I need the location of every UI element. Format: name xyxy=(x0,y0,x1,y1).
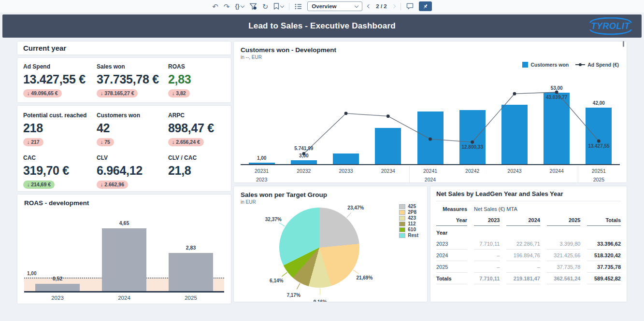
list-outline-icon xyxy=(295,3,302,10)
kpi-label: Sales won xyxy=(97,63,168,70)
line-point-20241[interactable] xyxy=(429,138,432,141)
cell: – xyxy=(474,250,500,261)
current-year-section-card: Current year xyxy=(17,42,231,55)
kpi-label: CLV xyxy=(97,154,168,161)
kpi-card-rows2-3: Potential cust. reached 218 ↓ 217 Custom… xyxy=(17,106,231,191)
view-selector-dropdown[interactable]: Overview xyxy=(307,1,362,11)
script-variables-button[interactable]: {} xyxy=(235,3,243,10)
pin-toggle-button[interactable] xyxy=(419,1,432,11)
legend-label: 425 xyxy=(408,204,416,209)
kpi-value: 37.735,78 € xyxy=(97,72,168,86)
kpi-clv[interactable]: CLV 6.964,12 ↓ 2.662,96 xyxy=(97,154,168,189)
customers-won-development-card: Customers won - Development in --, EUR C… xyxy=(234,42,627,182)
x-axis-label: 20244 xyxy=(536,168,578,174)
line-point-20233[interactable] xyxy=(344,112,348,115)
pie-slice-label-425: 23,47% xyxy=(347,205,364,210)
line-point-20251[interactable] xyxy=(597,140,601,143)
pie-legend-item-610[interactable]: 610 xyxy=(399,227,418,232)
toolbar-separator xyxy=(401,3,401,10)
outline-button[interactable] xyxy=(295,3,302,10)
kpi-roas[interactable]: ROAS 2,83 ↓ 3,82 xyxy=(168,63,225,98)
redo-button[interactable]: ↷ xyxy=(224,3,230,10)
x-axis-group-label: 2024 xyxy=(409,177,451,182)
pie-slice-label-Rest: 32,37% xyxy=(265,217,282,222)
kpi-label: ARPC xyxy=(168,112,225,119)
roas-development-card: ROAS - development 1,000,524,652,83 2023… xyxy=(17,195,231,304)
bar-2024[interactable] xyxy=(102,228,146,291)
section-title: Current year xyxy=(23,44,66,52)
cell-total: 33.396,62 xyxy=(587,238,621,250)
comment-button[interactable] xyxy=(406,3,414,10)
line-point-20234[interactable] xyxy=(386,114,390,118)
legend-label: Ad Spend (€) xyxy=(587,62,619,68)
redo-icon: ↷ xyxy=(224,3,230,10)
page-indicator: 2 / 2 xyxy=(376,3,386,9)
x-axis-label: 20231 xyxy=(241,168,283,174)
cell-total: 37.735,78 xyxy=(587,261,621,273)
cell: 37.735,78 xyxy=(547,261,581,273)
scrollbar-thumb[interactable] xyxy=(623,41,624,47)
kpi-value: 319,70 € xyxy=(23,164,97,178)
bottom-row: Sales won per Target Group in EUR 23,47%… xyxy=(234,186,627,302)
bookmark-icon xyxy=(273,3,279,10)
pie-legend-item-112[interactable]: 112 xyxy=(399,221,418,226)
top-toolbar: ↶ ↷ {} ↻ Overview 2 / 2 xyxy=(0,0,644,13)
refresh-button[interactable]: ↻ xyxy=(262,3,269,10)
pie-slice-label-2P8: 21,69% xyxy=(356,275,372,280)
roas-chart-plot: 1,000,524,652,83 xyxy=(24,212,224,293)
row-label: 2025 xyxy=(436,261,467,273)
bar-value-label: 0,52 xyxy=(38,276,77,281)
legend-swatch-icon xyxy=(399,222,405,226)
pie-legend-item-Rest[interactable]: Rest xyxy=(399,233,418,238)
toolbar-separator xyxy=(289,3,289,10)
line-point-20242[interactable] xyxy=(471,140,474,144)
kpi-cac[interactable]: CAC 319,70 € ↓ 214,69 € xyxy=(23,154,97,189)
line-point-20244[interactable] xyxy=(555,91,558,94)
undo-button[interactable]: ↶ xyxy=(212,3,218,10)
line-value-label: 12.800,33 xyxy=(451,144,494,150)
kpi-potential-cust-reached[interactable]: Potential cust. reached 218 ↓ 217 xyxy=(23,112,97,146)
column-header-row: Year 2023 2024 2025 Totals xyxy=(436,214,621,226)
pie-legend-item-425[interactable]: 425 xyxy=(399,204,418,209)
kpi-delta-badge: ↓ 75 xyxy=(97,138,114,146)
kpi-ad-spend[interactable]: Ad Spend 13.427,55 € ↓ 49.096,65 € xyxy=(23,63,97,98)
legend-label: 112 xyxy=(408,221,415,226)
bookmark-button[interactable] xyxy=(273,3,284,10)
x-axis-label: 20241 xyxy=(409,168,451,174)
kpi-customers-won[interactable]: Customers won 42 ↓ 75 xyxy=(97,112,168,146)
chart-subtitle: in --, EUR xyxy=(241,55,620,60)
legend-item-customers-won[interactable]: Customers won xyxy=(522,62,569,68)
kpi-arpc[interactable]: ARPC 898,47 € ↓ 2.656,24 € xyxy=(168,112,225,146)
chevron-down-icon xyxy=(355,3,358,7)
net-sales-table: Measures Net Sales (€) MTA Year 2023 202… xyxy=(430,203,627,284)
kpi-label: Customers won xyxy=(97,112,168,119)
kpi-value: 6.964,12 xyxy=(97,164,168,178)
totals-row: Totals 7.710,11 219.181,47 362.561,24 58… xyxy=(436,273,621,284)
kpi-sales-won[interactable]: Sales won 37.735,78 € ↓ 378.165,27 € xyxy=(97,63,168,98)
kpi-delta-badge: ↓ 49.096,65 € xyxy=(23,89,62,98)
bar-2023[interactable] xyxy=(35,284,80,291)
bar-2025[interactable] xyxy=(169,253,213,291)
pie-legend-item-423[interactable]: 423 xyxy=(399,215,418,221)
pie-legend-item-2P8[interactable]: 2P8 xyxy=(399,209,418,215)
previous-page-button[interactable] xyxy=(367,4,371,8)
next-page-button[interactable] xyxy=(391,4,395,8)
table-row: 2025 – – 37.735,78 37.735,78 xyxy=(436,261,621,273)
cell: – xyxy=(506,261,540,273)
filter-button[interactable] xyxy=(249,3,257,10)
measures-label: Measures xyxy=(436,203,467,214)
kpi-clv-cac[interactable]: CLV / CAC 21,8 xyxy=(168,154,225,189)
bar-value-label: 4,65 xyxy=(105,220,143,226)
app-header: Lead to Sales - Executive Dashboard TYRO… xyxy=(2,14,642,38)
legend-item-ad-spend[interactable]: Ad Spend (€) xyxy=(575,62,619,68)
customers-chart-axis: 2023120232202332023420241202422024320244… xyxy=(241,166,620,182)
row-label: 2024 xyxy=(436,250,467,261)
kpi-delta-badge: ↓ 378.165,27 € xyxy=(97,89,138,98)
kpi-label: ROAS xyxy=(168,63,225,70)
legend-swatch-icon xyxy=(399,216,405,221)
kpi-delta-badge: ↓ 217 xyxy=(23,138,43,146)
kpi-value: 21,8 xyxy=(168,164,225,178)
line-point-20243[interactable] xyxy=(513,92,516,96)
cell: 3.399,80 xyxy=(547,238,581,250)
pie-leader-lines xyxy=(234,186,427,302)
